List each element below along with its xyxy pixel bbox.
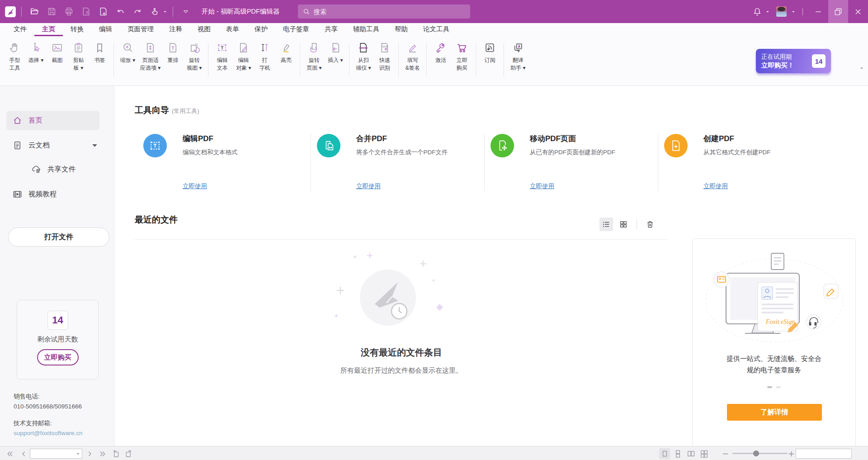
chevron-down-icon[interactable]	[162, 9, 168, 14]
carousel-dot[interactable]	[776, 386, 781, 388]
tab-comment[interactable]: 注释	[161, 23, 190, 36]
minimize-button[interactable]	[808, 0, 828, 23]
nav-cloud-docs[interactable]: 云文档	[6, 136, 99, 155]
zoom-button[interactable]: 缩放 ▾	[117, 42, 138, 64]
next-page-button[interactable]	[84, 448, 95, 459]
tab-page-management[interactable]: 页面管理	[120, 23, 161, 36]
use-now-link[interactable]: 立即使用	[703, 182, 728, 190]
zoom-out-button[interactable]	[720, 448, 731, 459]
tab-file[interactable]: 文件	[6, 23, 34, 36]
new-document-button[interactable]	[95, 5, 111, 19]
fit-page-options-button[interactable]: 页面适 应选项 ▾	[138, 42, 162, 72]
convert-button[interactable]	[78, 5, 94, 19]
tab-edit[interactable]: 编辑	[91, 23, 120, 36]
chevron-down-icon[interactable]	[75, 451, 80, 456]
tab-esign[interactable]: 电子签章	[275, 23, 317, 36]
fill-sign-button[interactable]: 填写 &签名	[402, 42, 423, 72]
sidebar-item-label: 视频教程	[28, 190, 57, 199]
first-page-button[interactable]	[5, 448, 15, 459]
subscribe-button[interactable]: 订阅	[479, 42, 500, 64]
tab-help[interactable]: 帮助	[387, 23, 415, 36]
empty-state-description: 所有最近打开过的文件都会显示在这里。	[135, 366, 668, 375]
trial-badge[interactable]: 正在试用期 立即购买！ 14	[756, 49, 831, 73]
previous-view-button[interactable]	[110, 448, 121, 459]
tab-protect[interactable]: 保护	[247, 23, 275, 36]
translate-assistant-button[interactable]: 翻译 助手 ▾	[507, 42, 528, 72]
use-now-link[interactable]: 立即使用	[183, 182, 207, 190]
zoom-in-button[interactable]	[786, 448, 797, 459]
open-file-button[interactable]	[27, 5, 42, 19]
activate-button[interactable]: 激活	[430, 42, 451, 64]
rotate-view-button[interactable]: 旋转 视图 ▾	[184, 42, 205, 72]
rotate-pages-button[interactable]: 旋转 页面 ▾	[303, 42, 325, 72]
tab-accessibility[interactable]: 辅助工具	[345, 23, 387, 36]
nav-shared-files[interactable]: 共享文件	[6, 160, 99, 179]
sidebar-item-icon	[12, 189, 23, 199]
undo-button[interactable]	[113, 5, 128, 19]
user-avatar[interactable]	[776, 6, 787, 17]
hand-pointer-button[interactable]	[147, 5, 162, 19]
prev-page-button[interactable]	[18, 448, 29, 459]
menu-bar: 文件 主页 转换 编辑 页面管理 注释 视图	[0, 23, 868, 36]
print-button[interactable]	[61, 5, 76, 19]
tab-home[interactable]: 主页	[34, 23, 63, 36]
zoom-level-box[interactable]	[796, 449, 852, 459]
list-view-button[interactable]	[599, 218, 613, 231]
continuous-view-button[interactable]	[672, 448, 683, 459]
tab-view[interactable]: 视图	[190, 23, 218, 36]
open-file-button[interactable]: 打开文件	[8, 228, 109, 247]
chevron-down-icon[interactable]	[791, 9, 796, 14]
zoom-level-input[interactable]	[796, 449, 851, 458]
save-button[interactable]	[44, 5, 59, 19]
facing-continuous-view-button[interactable]	[698, 448, 709, 459]
support-email-link[interactable]: support@foxitsoftware.cn	[14, 428, 83, 438]
menu-item-label: 页面管理	[127, 25, 154, 33]
select-button[interactable]: 选择 ▾	[25, 42, 47, 64]
chevron-down-icon[interactable]	[765, 9, 770, 14]
collapse-ribbon-button[interactable]	[178, 5, 193, 19]
tab-paper-tools[interactable]: 论文工具	[415, 23, 457, 36]
titlebar-separator	[173, 7, 173, 17]
facing-view-button[interactable]	[685, 448, 696, 459]
highlight-button[interactable]: 高亮	[275, 42, 297, 64]
use-now-link[interactable]: 立即使用	[530, 182, 554, 190]
page-number-input[interactable]	[30, 451, 75, 457]
snapshot-button[interactable]: 截图	[47, 42, 68, 64]
clipboard-button[interactable]: 剪贴 板 ▾	[68, 42, 89, 72]
tab-convert[interactable]: 转换	[63, 23, 91, 36]
last-page-button[interactable]	[97, 448, 108, 459]
typewriter-button[interactable]: 打 字机	[254, 42, 275, 72]
page-number-box[interactable]	[30, 449, 82, 459]
edit-text-button[interactable]: 编辑 文本	[212, 42, 233, 72]
reflow-button[interactable]: 重排	[162, 42, 184, 64]
from-scanner-button[interactable]: 从扫 描仪 ▾	[353, 42, 374, 72]
bookmark-button[interactable]: 书签	[89, 42, 110, 64]
buy-now-button[interactable]: 立即购买	[37, 349, 79, 365]
search-input[interactable]	[314, 8, 466, 15]
close-button[interactable]	[848, 0, 868, 23]
clear-recent-button[interactable]	[643, 218, 657, 231]
nav-video-tutorials[interactable]: 视频教程	[6, 185, 99, 204]
single-page-view-button[interactable]	[659, 448, 670, 459]
zoom-slider-thumb[interactable]	[753, 451, 759, 456]
carousel-dot-active[interactable]	[767, 386, 772, 388]
grid-view-button[interactable]	[617, 218, 630, 231]
notifications-bell-icon[interactable]	[752, 7, 762, 17]
next-view-button[interactable]	[123, 448, 134, 459]
use-now-link[interactable]: 立即使用	[356, 182, 381, 190]
hand-tool-button[interactable]: 手型 工具	[4, 42, 25, 72]
learn-more-button[interactable]: 了解详情	[727, 404, 822, 421]
nav-home[interactable]: 首页	[6, 111, 99, 130]
buy-now-button[interactable]: 立即 购买	[451, 42, 472, 72]
tab-form[interactable]: 表单	[218, 23, 247, 36]
search-bar[interactable]	[298, 5, 470, 19]
zoom-slider-track[interactable]	[732, 453, 788, 454]
quick-ocr-button[interactable]: OCR 快速 识别	[374, 42, 395, 72]
redo-button[interactable]	[130, 5, 145, 19]
scroll-up-icon[interactable]	[859, 65, 864, 71]
chevron-down-icon[interactable]	[90, 140, 100, 151]
insert-button[interactable]: 插入 ▾	[325, 42, 346, 64]
tab-share[interactable]: 共享	[317, 23, 345, 36]
edit-object-button[interactable]: 编辑 对象 ▾	[233, 42, 254, 72]
restore-button[interactable]	[828, 0, 848, 23]
